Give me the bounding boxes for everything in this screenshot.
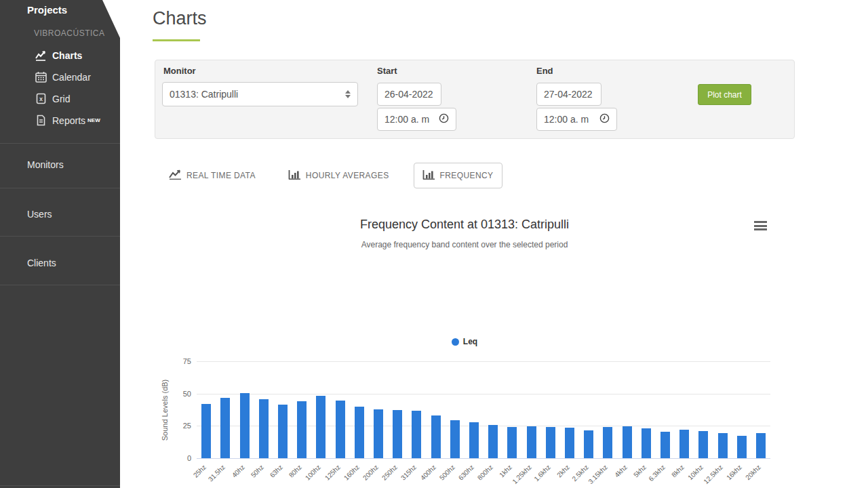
bar[interactable]: [507, 427, 517, 458]
sidebar-divider: [0, 236, 120, 237]
sidebar-header: Projects: [27, 4, 67, 16]
end-time-value: 12:00 a. m: [544, 114, 589, 125]
bar[interactable]: [240, 393, 250, 458]
end-date-input[interactable]: [536, 83, 601, 106]
bar[interactable]: [220, 398, 230, 458]
bar[interactable]: [201, 404, 211, 458]
main-content: Charts Monitor 01313: Catripulli Start 1…: [120, 0, 868, 488]
bar[interactable]: [527, 426, 536, 458]
report-file-icon: [35, 115, 47, 126]
tab-hourly-averages[interactable]: HOURLY AVERAGES: [280, 163, 397, 188]
sidebar-item-reports[interactable]: Reports NEW: [35, 115, 100, 126]
line-chart-icon: [35, 49, 47, 61]
new-badge: NEW: [87, 117, 100, 123]
chart-tabs: REAL TIME DATA HOURLY AVERAGES FREQUENCY: [161, 163, 502, 188]
bar[interactable]: [546, 427, 555, 458]
bar[interactable]: [679, 430, 689, 458]
title-underline: [153, 39, 200, 41]
sidebar-divider: [0, 285, 120, 285]
tab-label: FREQUENCY: [440, 171, 494, 180]
bar-chart-icon: [422, 169, 435, 182]
y-axis-tick-label: 25: [161, 422, 191, 430]
gridline: [197, 394, 770, 394]
filter-panel: Monitor 01313: Catripulli Start 12:00 a.…: [155, 60, 795, 139]
chart-menu-icon[interactable]: [754, 221, 767, 232]
bar[interactable]: [316, 396, 326, 458]
bar[interactable]: [737, 436, 747, 458]
legend-label: Leq: [463, 337, 477, 346]
bar[interactable]: [623, 426, 632, 458]
grid-file-icon: x: [35, 93, 47, 104]
sidebar-item-users[interactable]: Users: [27, 209, 52, 220]
bar[interactable]: [660, 432, 670, 458]
sidebar: Projects VIBROACÚSTICA Charts Calendar x…: [0, 0, 120, 488]
bar[interactable]: [278, 405, 288, 458]
legend-marker: [452, 338, 459, 346]
y-axis-title: Sound Levels (dB): [161, 362, 170, 459]
y-axis-tick-label: 75: [161, 357, 191, 365]
sidebar-divider: [0, 188, 120, 188]
sidebar-item-charts[interactable]: Charts: [35, 49, 82, 61]
tab-real-time-data[interactable]: REAL TIME DATA: [161, 163, 264, 188]
bar[interactable]: [374, 409, 383, 458]
bar[interactable]: [584, 430, 593, 458]
chart-legend[interactable]: Leq: [155, 337, 774, 346]
chart-title: Frequency Content at 01313: Catripulli: [155, 218, 774, 232]
start-time-input[interactable]: 12:00 a. m: [377, 108, 456, 131]
x-axis-line: [197, 458, 770, 459]
bar[interactable]: [488, 425, 498, 458]
bar[interactable]: [450, 420, 460, 458]
bar[interactable]: [297, 401, 307, 458]
plot-area: Sound Levels (dB) 025507525hz31.5hz40hz5…: [197, 362, 770, 459]
y-axis-tick-label: 0: [161, 454, 191, 462]
sidebar-divider: [0, 485, 120, 486]
bar[interactable]: [469, 422, 479, 458]
select-spinner-icon: [345, 90, 351, 98]
clock-icon: [599, 113, 610, 125]
svg-text:x: x: [39, 96, 43, 102]
x-axis-tick-label: 25hz: [144, 464, 208, 488]
start-date-input[interactable]: [377, 83, 441, 106]
page-title: Charts: [153, 8, 207, 29]
bar[interactable]: [756, 433, 766, 458]
plot-chart-button[interactable]: Plot chart: [698, 84, 751, 105]
clock-icon: [439, 113, 449, 125]
bar[interactable]: [336, 401, 345, 458]
sidebar-item-grid[interactable]: x Grid: [35, 93, 70, 104]
bar[interactable]: [642, 428, 651, 458]
sidebar-item-calendar[interactable]: Calendar: [35, 71, 91, 83]
bar[interactable]: [412, 411, 421, 458]
end-time-input[interactable]: 12:00 a. m: [536, 108, 617, 131]
tab-label: REAL TIME DATA: [186, 171, 256, 180]
sidebar-item-clients[interactable]: Clients: [27, 258, 56, 268]
frequency-chart: Frequency Content at 01313: Catripulli A…: [155, 214, 774, 488]
sidebar-divider: [0, 143, 120, 144]
start-time-value: 12:00 a. m: [384, 114, 429, 125]
sidebar-item-label: Grid: [52, 94, 70, 104]
tab-frequency[interactable]: FREQUENCY: [414, 163, 502, 188]
monitor-select-value: 01313: Catripulli: [170, 89, 238, 100]
calendar-icon: [35, 71, 47, 83]
sidebar-item-label: Reports: [52, 115, 85, 126]
monitor-label: Monitor: [163, 66, 196, 76]
monitor-select[interactable]: 01313: Catripulli: [162, 82, 358, 106]
end-label: End: [536, 66, 553, 76]
bar[interactable]: [603, 427, 612, 458]
chart-subtitle: Average frequency band content over the …: [155, 240, 774, 249]
project-name[interactable]: VIBROACÚSTICA: [34, 28, 105, 38]
bar[interactable]: [431, 415, 441, 458]
start-label: Start: [377, 66, 397, 76]
bar[interactable]: [393, 410, 402, 459]
sidebar-item-monitors[interactable]: Monitors: [27, 159, 64, 170]
bar[interactable]: [718, 433, 728, 458]
gridline: [197, 361, 770, 362]
bar[interactable]: [259, 399, 269, 458]
bar[interactable]: [698, 431, 708, 458]
tab-label: HOURLY AVERAGES: [306, 171, 389, 180]
bar[interactable]: [565, 428, 574, 458]
sidebar-item-label: Charts: [52, 50, 82, 61]
bar[interactable]: [355, 407, 364, 458]
sidebar-item-label: Calendar: [52, 72, 91, 83]
line-chart-icon: [169, 169, 182, 182]
bar-chart-icon: [288, 169, 301, 182]
